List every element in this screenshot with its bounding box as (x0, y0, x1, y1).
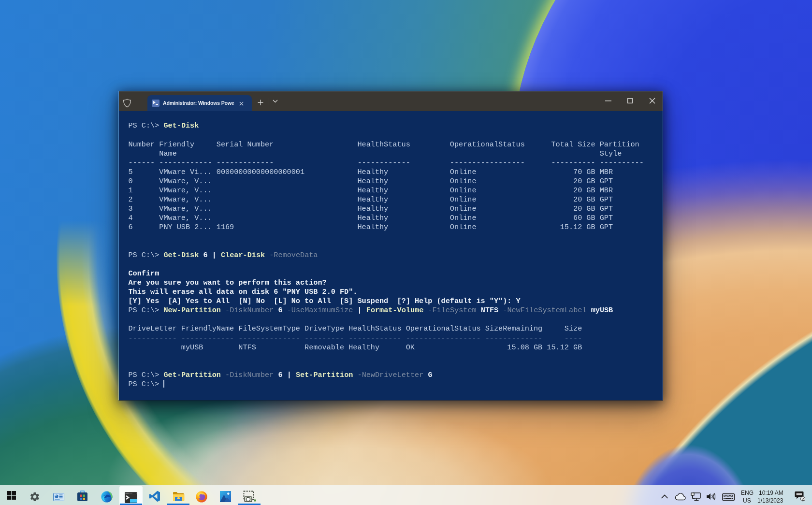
svg-text:2: 2 (801, 497, 804, 502)
